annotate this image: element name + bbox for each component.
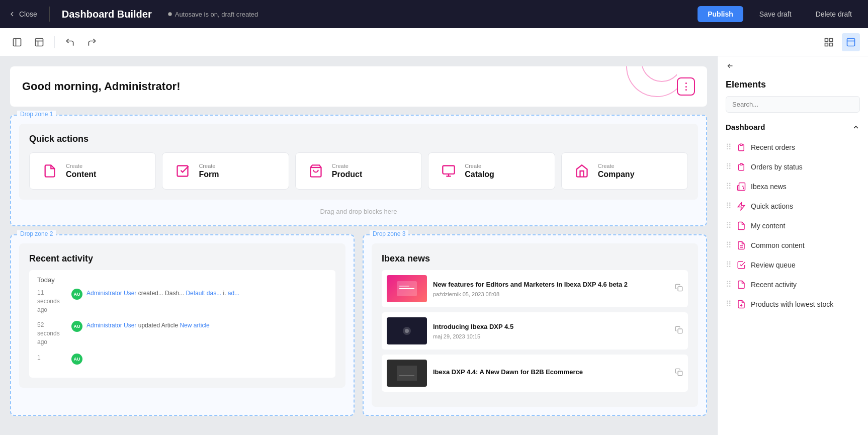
save-draft-button[interactable]: Save draft xyxy=(751,6,800,22)
toolbar-separator xyxy=(54,36,55,48)
quick-action-content[interactable]: Create Content xyxy=(29,152,156,190)
product-icon xyxy=(306,161,326,181)
sidebar-item-common-content[interactable]: ⠿ Common content xyxy=(718,235,868,255)
news-copy-btn-3[interactable] xyxy=(675,368,683,378)
quick-action-form[interactable]: Create Form xyxy=(162,152,289,190)
company-create-label: Create xyxy=(598,163,635,169)
news-item-date-2: maj 29, 2023 10:15 xyxy=(433,333,669,339)
close-label: Close xyxy=(19,10,37,18)
svg-rect-29 xyxy=(740,144,743,145)
catalog-icon xyxy=(439,161,459,181)
sidebar-items-list: ⠿ Recent orders ⠿ Orders by s xyxy=(718,135,868,316)
drag-handle-review-queue: ⠿ xyxy=(726,260,732,270)
avatar-2: AU xyxy=(71,321,82,332)
ad-link[interactable]: ad... xyxy=(228,290,239,297)
svg-rect-24 xyxy=(678,329,682,333)
svg-point-12 xyxy=(642,66,677,81)
autosave-dot xyxy=(168,12,172,16)
svg-marker-33 xyxy=(738,202,745,210)
drop-zones-row: Drop zone 2 Recent activity Today 11 sec… xyxy=(10,234,707,424)
svg-rect-21 xyxy=(678,287,682,291)
preview-icon[interactable] xyxy=(842,33,860,51)
news-text-1: New features for Editors and Marketers i… xyxy=(433,280,669,297)
sidebar-collapse-button[interactable] xyxy=(718,56,868,75)
svg-rect-8 xyxy=(830,43,833,46)
greeting-area: Good morning, Administrator! ⋮ xyxy=(10,66,707,107)
news-copy-btn-1[interactable] xyxy=(675,284,683,294)
common-content-label: Common content xyxy=(751,241,805,249)
sidebar-toggle-icon[interactable] xyxy=(8,33,26,51)
sidebar-item-ibexa-news[interactable]: ⠿ Ibexa news xyxy=(718,177,868,196)
canvas[interactable]: Good morning, Administrator! ⋮ Drop zone… xyxy=(0,56,717,435)
publish-button[interactable]: Publish xyxy=(698,6,743,22)
recent-activity-icon xyxy=(737,280,746,289)
recent-activity-sidebar-label: Recent activity xyxy=(751,281,797,289)
sidebar-item-recent-orders[interactable]: ⠿ Recent orders xyxy=(718,137,868,157)
drop-zone-2-label: Drop zone 2 xyxy=(17,230,56,237)
delete-draft-button[interactable]: Delete draft xyxy=(808,6,860,22)
news-item-3: Ibexa DXP 4.4: A New Dawn for B2B Ecomme… xyxy=(382,355,688,392)
content-name: Content xyxy=(66,170,96,179)
avatar-3: AU xyxy=(71,354,82,365)
greeting-decoration xyxy=(617,66,677,107)
sidebar-item-recent-activity[interactable]: ⠿ Recent activity xyxy=(718,275,868,294)
user-link-1[interactable]: Administrator User xyxy=(86,290,136,297)
drag-hint: Drag and drop blocks here xyxy=(19,200,698,217)
quick-actions-icon xyxy=(737,202,746,211)
recent-activity-title: Recent activity xyxy=(29,253,335,264)
autosave-status: Autosave is on, draft created xyxy=(168,11,258,18)
common-content-icon xyxy=(737,241,746,250)
article-link[interactable]: New article xyxy=(180,322,209,329)
main-layout: Good morning, Administrator! ⋮ Drop zone… xyxy=(0,56,868,435)
form-create-label: Create xyxy=(199,163,219,169)
user-link-2[interactable]: Administrator User xyxy=(86,322,136,329)
quick-action-company[interactable]: Create Company xyxy=(561,152,688,190)
company-name: Company xyxy=(598,170,635,179)
dashboard-section-header[interactable]: Dashboard xyxy=(718,119,868,135)
drag-handle-ibexa-news: ⠿ xyxy=(726,182,732,191)
toolbar xyxy=(0,28,868,56)
sidebar-item-my-content[interactable]: ⠿ My content xyxy=(718,216,868,235)
sidebar-item-orders-by-status[interactable]: ⠿ Orders by status xyxy=(718,157,868,177)
layout-icon[interactable] xyxy=(30,33,48,51)
my-content-icon xyxy=(737,221,746,230)
drag-handle-recent-activity: ⠿ xyxy=(726,280,732,289)
content-icon xyxy=(40,161,60,181)
products-lowest-stock-label: Products with lowest stock xyxy=(751,300,833,308)
activity-item-2: 52 seconds ago AU Administrator User upd… xyxy=(37,321,327,346)
dashboard-section-label: Dashboard xyxy=(726,123,765,131)
svg-rect-0 xyxy=(14,38,21,46)
quick-action-product[interactable]: Create Product xyxy=(295,152,422,190)
svg-rect-25 xyxy=(397,366,417,381)
recent-activity-block: Recent activity Today 11 seconds ago AU … xyxy=(19,243,345,388)
news-copy-btn-2[interactable] xyxy=(675,326,683,336)
quick-action-catalog[interactable]: Create Catalog xyxy=(428,152,555,190)
svg-rect-27 xyxy=(678,371,682,376)
autosave-text: Autosave is on, draft created xyxy=(175,11,258,18)
quick-actions-title: Quick actions xyxy=(29,134,688,144)
orders-by-status-icon xyxy=(737,162,746,171)
elements-search-input[interactable] xyxy=(726,96,860,113)
drop-zone-2[interactable]: Drop zone 2 Recent activity Today 11 sec… xyxy=(10,234,355,416)
review-queue-icon xyxy=(737,260,746,270)
grid-view-icon[interactable] xyxy=(820,33,838,51)
sidebar-item-quick-actions[interactable]: ⠿ Quick actions xyxy=(718,196,868,216)
redo-icon[interactable] xyxy=(83,33,101,51)
drop-zone-3[interactable]: Drop zone 3 Ibexa news New features for … xyxy=(363,234,707,416)
drop-zone-1-label: Drop zone 1 xyxy=(17,111,56,118)
news-text-2: Introducing Ibexa DXP 4.5 maj 29, 2023 1… xyxy=(433,322,669,339)
dash-link[interactable]: Default das... xyxy=(186,290,221,297)
ibexa-news-icon xyxy=(737,182,746,191)
greeting-menu-button[interactable]: ⋮ xyxy=(677,77,695,96)
sidebar-item-products-lowest-stock[interactable]: ⠿ Products with lowest stock xyxy=(718,294,868,314)
undo-icon[interactable] xyxy=(61,33,79,51)
svg-rect-9 xyxy=(847,38,855,46)
drag-handle-my-content: ⠿ xyxy=(726,221,732,230)
news-thumb-3 xyxy=(387,360,427,387)
sidebar-item-review-queue[interactable]: ⠿ Review queue xyxy=(718,255,868,275)
company-icon xyxy=(572,161,592,181)
quick-actions-grid: Create Content Create xyxy=(29,152,688,190)
recent-orders-label: Recent orders xyxy=(751,143,795,151)
drop-zone-1[interactable]: Drop zone 1 Quick actions Create xyxy=(10,115,707,226)
close-button[interactable]: Close xyxy=(8,10,37,18)
